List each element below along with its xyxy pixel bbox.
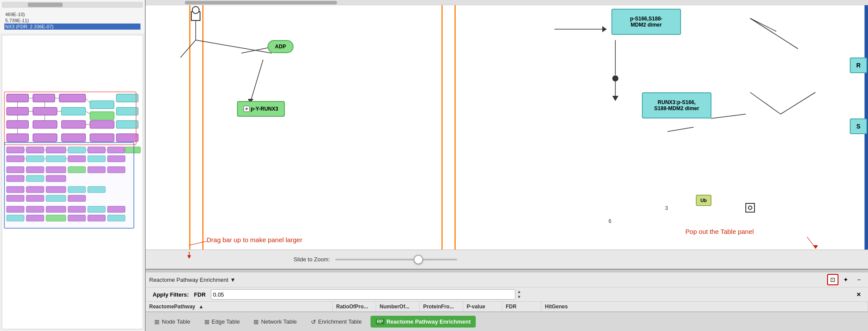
svg-rect-19 (90, 134, 114, 142)
svg-rect-20 (116, 134, 138, 142)
svg-rect-6 (61, 107, 86, 115)
filter-row: Apply Filters: FDR ▲ ▼ ✕ (146, 287, 868, 302)
svg-line-102 (750, 92, 781, 114)
fdr-label: FDR (194, 291, 206, 298)
close-filter-btn[interactable]: ✕ (856, 291, 861, 298)
svg-line-88 (180, 40, 196, 57)
svg-rect-4 (7, 107, 28, 115)
col-fdr[interactable]: FDR (502, 302, 541, 311)
svg-rect-3 (59, 94, 86, 102)
p-label: P (244, 106, 250, 112)
tab-edge-table-label: Edge Table (212, 318, 240, 325)
spinner-up[interactable]: ▲ (517, 289, 521, 294)
tab-network-table[interactable]: ⊞ Network Table (248, 316, 302, 328)
spinner-down[interactable]: ▼ (517, 294, 521, 300)
tab-network-table-label: Network Table (261, 318, 297, 325)
svg-line-89 (196, 40, 272, 53)
svg-rect-5 (33, 107, 57, 115)
svg-point-97 (612, 75, 618, 81)
node-s-partial[interactable]: S (850, 118, 867, 134)
node-adp[interactable]: ADP (267, 40, 294, 53)
number-3-label: 3 (665, 205, 668, 211)
svg-marker-99 (612, 96, 618, 101)
network-canvas[interactable]: ADP P p-Y-RUNX3 p-S166,S188- MDM2 dimer … (146, 5, 868, 250)
enrichment-item-3[interactable]: NX3 (FDR: 2.336E-07) (4, 24, 140, 30)
pin-button[interactable]: ✦ (840, 274, 851, 285)
tab-enrichment-table-label: Enrichment Table (318, 318, 362, 325)
svg-line-105 (668, 127, 694, 132)
col-ratio[interactable]: RatioOfPro... (333, 302, 376, 311)
svg-marker-95 (602, 26, 607, 32)
node-ub[interactable]: Ub (696, 195, 711, 206)
node-pyr[interactable]: P p-Y-RUNX3 (237, 101, 285, 117)
fdr-spinner[interactable]: ▲ ▼ (517, 289, 521, 300)
pop-out-button[interactable]: ⊡ (827, 274, 838, 285)
tab-node-table[interactable]: ⊞ Node Table (149, 316, 196, 328)
svg-line-92 (250, 60, 263, 103)
network-table-icon: ⊞ (254, 318, 259, 325)
number-6-label: 6 (608, 218, 611, 224)
table-panel: Reactome Pathway Enrichment ▼ ⊡ ✦ − (146, 269, 868, 331)
table-dropdown[interactable]: Reactome Pathway Enrichment ▼ (149, 277, 236, 283)
svg-rect-86 (4, 142, 134, 228)
node-table-icon: ⊞ (154, 318, 160, 325)
square-node-right[interactable] (745, 203, 755, 213)
tab-edge-table[interactable]: ⊞ Edge Table (199, 316, 245, 328)
svg-line-100 (750, 18, 776, 31)
scrollbar-thumb (185, 1, 337, 4)
left-panel-top: 469E-10) 5.739E-11) NX3 (FDR: 2.336E-07) (0, 0, 145, 33)
tab-bar: ⊞ Node Table ⊞ Edge Table ⊞ Network Tabl… (146, 312, 868, 331)
svg-line-104 (711, 114, 746, 118)
table-toolbar-left: Reactome Pathway Enrichment ▼ (149, 277, 236, 283)
svg-rect-8 (90, 112, 114, 120)
fdr-input[interactable] (211, 289, 515, 300)
col-hitgenes[interactable]: HitGenes (541, 302, 868, 311)
edge-table-icon: ⊞ (204, 318, 210, 325)
network-svg (146, 5, 868, 250)
col-protein[interactable]: ProteinFro... (420, 302, 463, 311)
mini-map[interactable] (2, 35, 143, 329)
table-headers: ReactomePathway ▲ RatioOfPro... NumberOf… (146, 302, 868, 312)
svg-rect-2 (33, 94, 55, 102)
node-runx3-complex[interactable]: RUNX3:p-S166, S188-MDM2 dimer (642, 92, 711, 118)
svg-rect-18 (61, 134, 86, 142)
svg-line-101 (750, 18, 798, 49)
svg-rect-15 (116, 121, 138, 128)
circle-node-top[interactable] (192, 6, 200, 14)
canvas-scrollbar[interactable] (146, 0, 868, 5)
zoom-slider-thumb[interactable] (414, 255, 423, 264)
node-r-partial[interactable]: R (850, 57, 867, 73)
main-container: 469E-10) 5.739E-11) NX3 (FDR: 2.336E-07) (0, 0, 868, 331)
svg-rect-17 (33, 134, 57, 142)
mini-map-svg (2, 35, 143, 329)
col-pvalue[interactable]: P-value (463, 302, 502, 311)
tab-reactome-enrichment[interactable]: RP Reactome Pathway Enrichment (371, 316, 476, 328)
tab-reactome-label: Reactome Pathway Enrichment (387, 318, 471, 325)
tab-enrichment-table[interactable]: ↺ Enrichment Table (306, 316, 367, 328)
zoom-slider-track[interactable] (335, 259, 457, 260)
enrichment-table-icon: ↺ (311, 318, 316, 325)
reactome-icon: RP (376, 319, 384, 324)
zoom-bar-area: Drag bar up to make panel larger Slide t… (146, 250, 868, 269)
enrichment-list: 469E-10) 5.739E-11) NX3 (FDR: 2.336E-07) (2, 10, 143, 31)
zoom-label: Slide to Zoom: (294, 256, 330, 263)
enrichment-item-1[interactable]: 469E-10) (4, 11, 140, 17)
scroll-indicator[interactable] (2, 2, 143, 8)
table-toolbar: Reactome Pathway Enrichment ▼ ⊡ ✦ − (146, 272, 868, 287)
table-toolbar-right: ⊡ ✦ − (827, 274, 865, 285)
filter-label: Apply Filters: (153, 291, 189, 298)
svg-rect-10 (33, 121, 57, 128)
enrichment-item-2[interactable]: 5.739E-11) (4, 17, 140, 24)
node-mdm2[interactable]: p-S166,S188- MDM2 dimer (611, 9, 681, 35)
svg-rect-16 (7, 134, 28, 142)
svg-rect-12 (90, 121, 114, 128)
tab-node-table-label: Node Table (162, 318, 190, 325)
col-reactome-pathway[interactable]: ReactomePathway ▲ (146, 302, 333, 311)
filter-input-wrap: ▲ ▼ (211, 289, 521, 300)
minimize-button[interactable]: − (853, 274, 865, 285)
right-panel: ADP P p-Y-RUNX3 p-S166,S188- MDM2 dimer … (146, 0, 868, 331)
svg-rect-7 (90, 101, 114, 108)
svg-rect-11 (61, 121, 86, 128)
col-number[interactable]: NumberOf... (376, 302, 420, 311)
left-panel: 469E-10) 5.739E-11) NX3 (FDR: 2.336E-07) (0, 0, 146, 331)
